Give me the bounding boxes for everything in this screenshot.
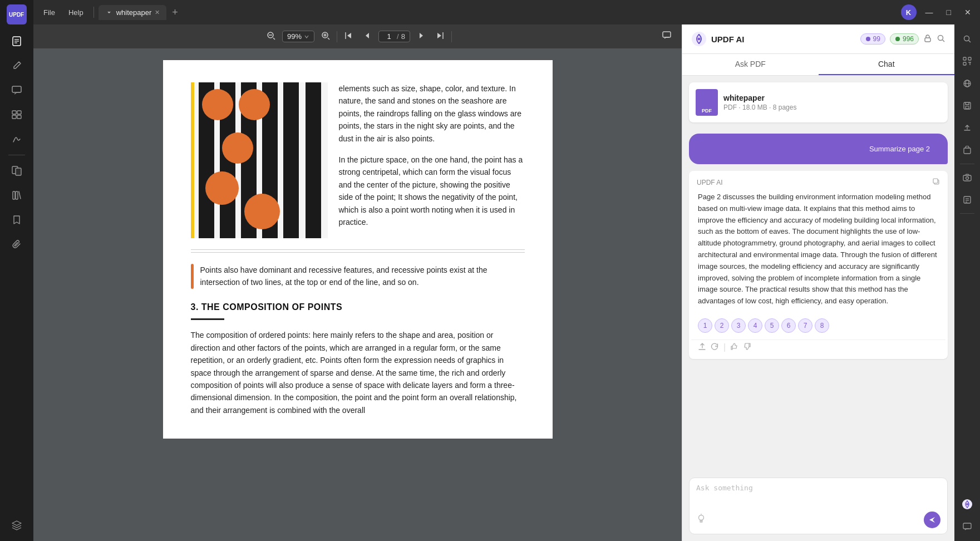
sidebar-icon-edit[interactable] [6,55,28,77]
page-input[interactable] [383,32,395,41]
tab-add-button[interactable]: + [169,7,181,18]
tab-close-icon[interactable]: ✕ [155,9,160,16]
svg-rect-33 [933,179,938,183]
ai-panel-title: UPDF AI [711,35,744,44]
svg-point-56 [966,503,968,505]
svg-point-50 [966,177,969,180]
first-page-button[interactable] [341,29,356,45]
svg-point-36 [964,36,969,41]
tab-ask-pdf[interactable]: Ask PDF [682,54,819,75]
zoom-dropdown-icon[interactable] [304,34,309,40]
sidebar-icon-pages[interactable] [6,160,28,182]
bulb-icon[interactable] [696,514,706,526]
right-icon-chat[interactable] [957,517,977,537]
zoom-in-button[interactable] [318,29,333,45]
svg-point-28 [895,37,900,41]
close-button[interactable]: ✕ [960,7,976,18]
top-bar: File Help whitepaper ✕ + K — □ ✕ [33,0,980,24]
orange-bar [191,264,194,289]
chat-input-bottom [696,512,940,528]
refresh-icon[interactable] [711,342,719,352]
pdf-paragraph-2: In the picture space, on the one hand, t… [339,154,525,228]
chat-input[interactable] [696,484,940,506]
svg-rect-12 [16,168,21,175]
updf-logo[interactable]: UPDF [7,4,27,24]
page-pill-7[interactable]: 7 [798,318,812,333]
right-icon-upload[interactable] [957,118,977,138]
thumbup-icon[interactable] [730,342,738,352]
chat-input-area [689,478,948,534]
sidebar-icon-layers[interactable] [6,514,28,537]
page-pill-6[interactable]: 6 [781,318,796,333]
sidebar-icon-library[interactable] [6,184,28,206]
sidebar-icon-organize[interactable] [6,104,28,126]
current-tab[interactable]: whitepaper ✕ [99,5,167,20]
left-sidebar: UPDF [0,0,33,541]
svg-point-27 [866,37,870,41]
pdf-page: elements such as size, shape, color, and… [163,60,553,439]
right-icon-clip[interactable] [957,140,977,160]
right-icon-translate[interactable] [957,73,977,94]
lock-icon[interactable] [923,34,932,45]
zoom-out-button[interactable] [263,29,279,45]
purple-token-icon [865,36,871,42]
page-pill-2[interactable]: 2 [715,318,729,333]
svg-text:UPDF: UPDF [9,12,24,18]
thumbdown-icon[interactable] [743,342,751,352]
menu-file[interactable]: File [38,6,61,19]
tab-chat[interactable]: Chat [819,54,955,75]
sidebar-icon-read[interactable] [6,30,28,52]
search-icon[interactable] [937,34,945,45]
svg-rect-8 [17,111,21,114]
pdf-image-container [191,82,328,238]
page-total: 8 [401,32,405,41]
highlight-text: Points also have dominant and recessive … [200,264,525,289]
summarize-bubble-inner: Summarize page 2 [860,139,939,159]
action-separator: | [723,342,726,352]
pdf-content[interactable]: elements such as size, shape, color, and… [33,49,682,541]
svg-rect-57 [963,523,971,529]
right-divider-2 [960,213,974,214]
page-pill-3[interactable]: 3 [731,318,746,333]
sidebar-icon-attach[interactable] [6,233,28,255]
ai-panel-header: UPDF AI 99 996 [682,24,954,54]
prev-page-button[interactable] [360,29,375,45]
right-sidebar [954,24,980,541]
page-pill-4[interactable]: 4 [748,318,762,333]
ai-logo-icon [691,31,707,47]
pdf-info-name: whitepaper [723,94,941,102]
comment-button[interactable] [658,28,675,45]
right-icon-search[interactable] [957,29,977,49]
maximize-button[interactable]: □ [942,7,956,18]
sidebar-divider-1 [8,155,25,155]
page-pill-1[interactable]: 1 [698,318,712,333]
right-icon-ocr[interactable] [957,190,977,210]
purple-token-count: 99 [873,35,880,43]
svg-line-21 [328,38,329,40]
minimize-button[interactable]: — [921,7,938,18]
send-button[interactable] [924,512,940,528]
pdf-text-block: elements such as size, shape, color, and… [339,82,525,238]
sidebar-icon-sign[interactable] [6,128,28,150]
sidebar-icon-comment[interactable] [6,79,28,101]
last-page-button[interactable] [432,29,448,45]
next-page-button[interactable] [413,29,429,45]
copy-icon[interactable] [932,178,940,187]
right-icon-save[interactable] [957,96,977,116]
ai-panel: UPDF AI 99 996 Ask PD [682,24,954,541]
right-icon-camera[interactable] [957,168,977,188]
ai-response-header: UPDF AI [691,173,945,189]
page-pill-5[interactable]: 5 [765,318,779,333]
page-pill-8[interactable]: 8 [815,318,829,333]
chat-messages[interactable]: Summarize page 2 UPDF AI Page 2 discusse… [682,129,954,473]
export-icon[interactable] [698,342,706,352]
right-icon-ai[interactable] [957,494,977,514]
svg-line-31 [943,40,945,42]
svg-rect-6 [12,86,21,92]
menu-help[interactable]: Help [63,6,89,19]
avatar: K [901,4,917,20]
svg-rect-24 [663,32,671,37]
right-icon-scan[interactable] [957,51,977,71]
sidebar-icon-bookmark[interactable] [6,209,28,231]
ai-logo-title: UPDF AI [691,31,744,47]
